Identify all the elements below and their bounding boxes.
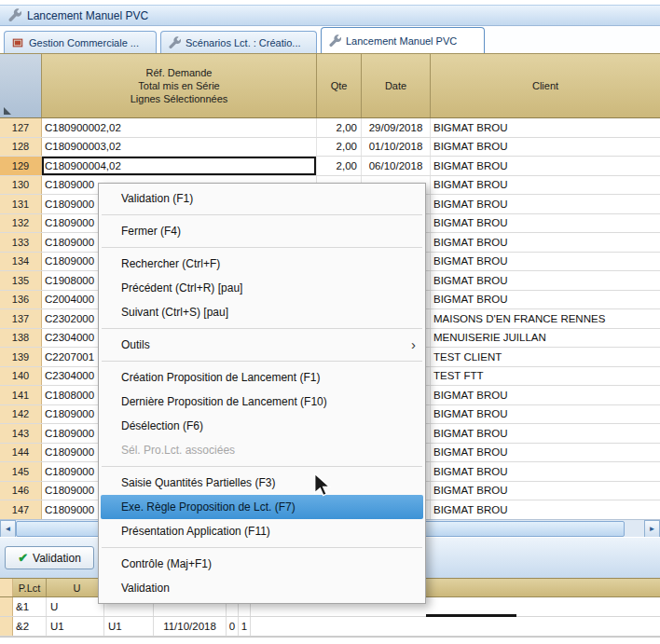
cell-num[interactable]: 135 [0, 271, 42, 290]
cell-num[interactable]: 139 [0, 348, 42, 366]
cell-client[interactable]: BIGMAT BROU [431, 157, 660, 175]
cell-num[interactable]: 140 [0, 367, 42, 386]
cell-client[interactable]: BIGMAT BROU [431, 386, 660, 404]
cell[interactable]: 1 [239, 617, 251, 636]
menu-item-suivant-ctrl-s-pau[interactable]: Suivant (Ctrl+S) [pau] [99, 300, 425, 324]
cell-client[interactable]: BIGMAT BROU [431, 118, 660, 137]
cell-num[interactable]: 133 [0, 233, 42, 252]
bottom-header-corner[interactable] [0, 579, 13, 596]
cell-date[interactable]: 01/10/2018 [362, 138, 431, 157]
cell-ref[interactable]: C180900002,02 [42, 118, 317, 137]
menu-item-pr-sentation-application-f11[interactable]: Présentation Application (F11) [99, 519, 425, 543]
scroll-right-button[interactable]: ► [644, 520, 660, 538]
cell-client[interactable]: BIGMAT BROU [431, 176, 660, 195]
grid-row-129[interactable]: 129C180900004,022,0006/10/2018BIGMAT BRO… [0, 157, 660, 176]
cell-client[interactable]: BIGMAT BROU [431, 138, 660, 157]
cell-ref[interactable]: C180900004,02 [42, 157, 317, 175]
cell-plct[interactable]: &1 [13, 597, 47, 616]
cell[interactable]: U1 [47, 617, 104, 636]
cell-ref[interactable]: C180900003,02 [42, 138, 317, 157]
tab-scenarios-lct[interactable]: Scénarios Lct. : Créatio... [160, 31, 317, 53]
cell-client[interactable]: TEST FTT [431, 367, 660, 386]
cell-client[interactable]: BIGMAT BROU [431, 462, 660, 481]
cell[interactable]: U1 [104, 617, 154, 636]
menu-item-rechercher-ctrl-f[interactable]: Rechercher (Ctrl+F) [99, 252, 425, 276]
menu-item-fermer-f4[interactable]: Fermer (F4) [99, 219, 425, 243]
check-icon: ✔ [18, 551, 28, 565]
cell-num[interactable]: 142 [0, 405, 42, 424]
bottom-grid-row-2[interactable]: &2 U1 U1 11/10/2018 0 1 [0, 617, 660, 637]
cell-date[interactable]: 29/09/2018 [362, 118, 431, 137]
cell-client[interactable]: MAISONS D'EN FRANCE RENNES [431, 309, 660, 328]
cell-client[interactable]: BIGMAT BROU [431, 500, 660, 519]
row-header-cell[interactable] [0, 597, 13, 616]
cell-client[interactable]: BIGMAT BROU [431, 482, 660, 500]
cell-client[interactable]: BIGMAT BROU [431, 424, 660, 443]
menu-item-label: Précédent (Ctrl+R) [pau] [121, 281, 242, 295]
menu-item-cr-ation-proposition-de-lancement-f1[interactable]: Création Proposition de Lancement (F1) [99, 365, 425, 390]
grid-row-128[interactable]: 128C180900003,022,0001/10/2018BIGMAT BRO… [0, 138, 660, 158]
column-header-date[interactable]: Date [362, 54, 431, 117]
cell-plct[interactable]: &2 [13, 617, 47, 636]
cell-num[interactable]: 145 [0, 462, 42, 481]
menu-item-contr-le-maj-f1[interactable]: Contrôle (Maj+F1) [99, 552, 425, 576]
cell-num[interactable]: 128 [0, 138, 42, 157]
cell-num[interactable]: 129 [0, 157, 42, 175]
row-header-cell[interactable] [0, 617, 13, 636]
cell-client[interactable]: BIGMAT BROU [431, 195, 660, 213]
grid-corner-cell[interactable] [0, 54, 42, 117]
cell-num[interactable]: 146 [0, 482, 42, 500]
bottom-header-plct[interactable]: P.Lct [13, 579, 47, 596]
menu-item-saisie-quantit-s-partielles-f3[interactable]: Saisie Quantités Partielles (F3) [99, 471, 425, 495]
grid-row-127[interactable]: 127C180900002,022,0029/09/2018BIGMAT BRO… [0, 118, 660, 138]
cell-client[interactable]: BIGMAT BROU [431, 291, 660, 309]
window-titlebar[interactable]: Lancement Manuel PVC [0, 5, 660, 26]
menu-item-validation-f1[interactable]: Validation (F1) [99, 186, 425, 211]
cell-client[interactable]: BIGMAT BROU [431, 405, 660, 424]
cell-num[interactable]: 134 [0, 253, 42, 271]
cell[interactable]: U [47, 597, 104, 616]
menu-item-validation[interactable]: Validation [99, 576, 425, 600]
menu-item-d-s-lection-f6[interactable]: Désélection (F6) [99, 414, 425, 438]
books-icon [11, 36, 24, 49]
cell-client[interactable]: BIGMAT BROU [431, 444, 660, 462]
menu-item-exe-r-gle-proposition-de-lct-f7[interactable]: Exe. Règle Proposition de Lct. (F7) [101, 495, 423, 519]
cell-client[interactable]: BIGMAT BROU [431, 271, 660, 290]
cell-num[interactable]: 136 [0, 291, 42, 309]
cell-num[interactable]: 147 [0, 500, 42, 519]
menu-item-outils[interactable]: Outils› [99, 333, 425, 357]
cell-num[interactable]: 127 [0, 118, 42, 137]
cell-num[interactable]: 144 [0, 444, 42, 462]
tab-lancement-manuel-pvc[interactable]: Lancement Manuel PVC [321, 27, 485, 53]
column-header-client[interactable]: Client [431, 54, 660, 117]
cell[interactable]: 0 [227, 617, 239, 636]
cell-client[interactable]: TEST CLIENT [431, 348, 660, 366]
column-header-ref-demande[interactable]: Réf. Demande Total mis en Série Lignes S… [42, 54, 317, 117]
cell-client[interactable]: MENUISERIE JUILLAN [431, 329, 660, 348]
cell-client[interactable]: BIGMAT BROU [431, 253, 660, 271]
menu-item-label: Exe. Règle Proposition de Lct. (F7) [121, 500, 296, 514]
cell-num[interactable]: 138 [0, 329, 42, 348]
bottom-header-u[interactable]: U [47, 579, 104, 596]
cell-num[interactable]: 143 [0, 424, 42, 443]
menu-separator [102, 328, 422, 329]
cell-num[interactable]: 141 [0, 386, 42, 404]
tab-gestion-commerciale[interactable]: Gestion Commerciale ... [4, 31, 157, 53]
column-header-qte[interactable]: Qte [317, 54, 362, 117]
menu-item-derni-re-proposition-de-lancement-f10[interactable]: Dernière Proposition de Lancement (F10) [99, 390, 425, 414]
cell[interactable]: 11/10/2018 [154, 617, 227, 636]
cell-client[interactable]: BIGMAT BROU [431, 233, 660, 252]
cell-qte[interactable]: 2,00 [317, 157, 362, 175]
validation-button[interactable]: ✔ Validation [5, 546, 94, 569]
cell-qte[interactable]: 2,00 [317, 118, 362, 137]
cell[interactable] [251, 617, 660, 636]
cell-num[interactable]: 130 [0, 176, 42, 195]
menu-item-pr-c-dent-ctrl-r-pau[interactable]: Précédent (Ctrl+R) [pau] [99, 276, 425, 300]
scroll-left-button[interactable]: ◄ [0, 520, 16, 538]
cell-num[interactable]: 137 [0, 309, 42, 328]
cell-num[interactable]: 132 [0, 214, 42, 233]
cell-qte[interactable]: 2,00 [317, 138, 362, 157]
cell-num[interactable]: 131 [0, 195, 42, 213]
cell-date[interactable]: 06/10/2018 [362, 157, 431, 175]
cell-client[interactable]: BIGMAT BROU [431, 214, 660, 233]
